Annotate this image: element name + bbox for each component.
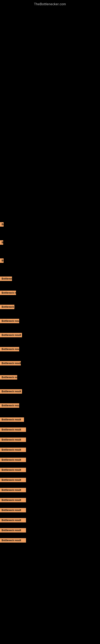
list-item[interactable]: Bottleneck result: [0, 304, 100, 310]
result-badge: Bottleneck result: [0, 458, 26, 462]
list-item[interactable]: Bottleneck result: [0, 388, 100, 394]
list-item[interactable]: Bottleneck result: [0, 416, 100, 422]
result-badge: Bottleneck result: [0, 319, 19, 323]
result-badge: Bottleneck result: [0, 375, 17, 380]
list-item[interactable]: Bottleneck result: [0, 276, 100, 282]
result-badge: Bottleneck result: [0, 428, 26, 432]
list-item[interactable]: Bottleneck result: [0, 427, 100, 433]
result-badge: Bottleneck result: [0, 528, 26, 532]
list-item[interactable]: Bottleneck result: [0, 447, 100, 453]
list-item[interactable]: Bottleneck result: [0, 290, 100, 296]
list-item[interactable]: Bottleneck result: [0, 258, 100, 264]
list-item[interactable]: Bottleneck result: [0, 487, 100, 493]
list-item[interactable]: Bottleneck result: [0, 497, 100, 503]
result-badge: Bottleneck result: [0, 333, 22, 337]
result-badge: Bottleneck result: [0, 438, 26, 442]
site-title: TheBottlenecker.com: [0, 0, 100, 8]
result-badge: Bottleneck result: [0, 508, 26, 512]
result-badge: Bottleneck result: [0, 488, 26, 492]
list-item[interactable]: Bottleneck result: [0, 527, 100, 533]
result-badge: Bottleneck result: [0, 478, 26, 482]
result-badge: Bottleneck result: [0, 403, 19, 408]
result-badge: Bottleneck result: [0, 347, 19, 352]
list-item[interactable]: Bottleneck result: [0, 537, 100, 544]
list-item[interactable]: Bottleneck result: [0, 318, 100, 324]
list-item[interactable]: Bottleneck result: [0, 477, 100, 483]
result-badge: Bottleneck result: [0, 498, 26, 502]
result-badge: Bottleneck result: [0, 468, 26, 472]
result-badge: Bottleneck result: [0, 290, 16, 295]
list-item[interactable]: Bottleneck result: [0, 374, 100, 380]
result-badge: Bottleneck result: [0, 276, 12, 281]
list-item[interactable]: Bottleneck result: [0, 507, 100, 513]
result-badge: Bottleneck result: [0, 518, 26, 522]
list-item[interactable]: Bottleneck result: [0, 402, 100, 408]
list-item[interactable]: Bottleneck result: [0, 240, 100, 246]
result-badge: Bottleneck result: [0, 418, 24, 422]
result-badge: Bottleneck result: [0, 361, 21, 366]
results-container: Bottleneck resultBottleneck resultBottle…: [0, 222, 100, 544]
list-item[interactable]: Bottleneck result: [0, 457, 100, 463]
list-item[interactable]: Bottleneck result: [0, 517, 100, 523]
list-item[interactable]: Bottleneck result: [0, 467, 100, 473]
result-badge: Bottleneck result: [0, 240, 3, 245]
result-badge: Bottleneck result: [0, 538, 26, 542]
result-badge: Bottleneck result: [0, 389, 22, 394]
result-badge: Bottleneck result: [0, 258, 3, 263]
list-item[interactable]: Bottleneck result: [0, 360, 100, 366]
result-badge: Bottleneck result: [0, 448, 26, 452]
list-item[interactable]: Bottleneck result: [0, 222, 100, 228]
list-item[interactable]: Bottleneck result: [0, 332, 100, 338]
result-badge: Bottleneck result: [0, 305, 14, 309]
result-badge: Bottleneck result: [0, 222, 3, 226]
list-item[interactable]: Bottleneck result: [0, 437, 100, 443]
list-item[interactable]: Bottleneck result: [0, 346, 100, 352]
